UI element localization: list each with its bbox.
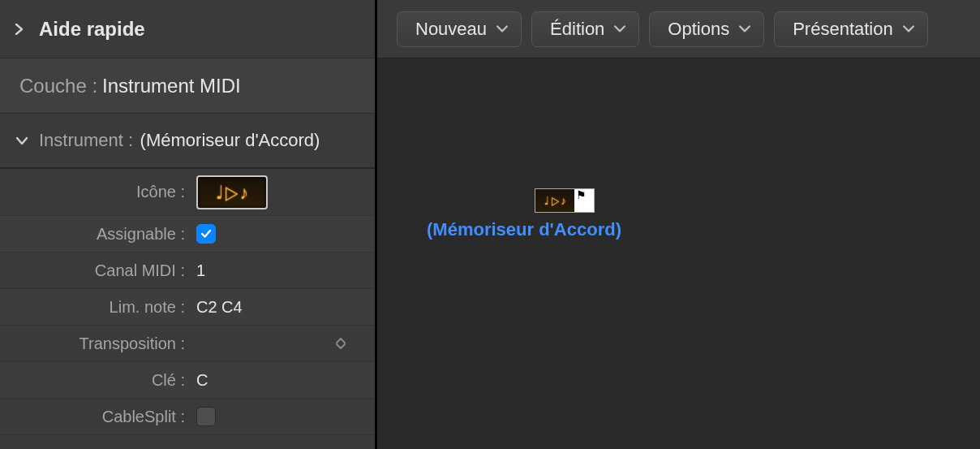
chevron-down-icon — [739, 25, 750, 33]
quick-help-header[interactable]: Aide rapide — [0, 0, 375, 58]
prop-key-label: Clé : — [0, 371, 188, 390]
object-icon: ♩▷♪ ⚑ — [535, 188, 595, 213]
icon-preview[interactable]: ♩▷♪ — [196, 175, 268, 209]
assignable-checkbox[interactable] — [196, 224, 216, 244]
object-label[interactable]: (Mémoriseur d'Accord) — [427, 219, 621, 240]
layer-label: Couche : — [19, 75, 97, 97]
prop-transposition-label: Transposition : — [0, 335, 188, 353]
layer-row[interactable]: Couche : Instrument MIDI — [0, 58, 375, 114]
environment-area: Nouveau Édition Options Présentation — [377, 0, 980, 449]
instrument-header[interactable]: Instrument : (Mémoriseur d'Accord) — [0, 114, 375, 169]
quick-help-title: Aide rapide — [39, 18, 145, 41]
layer-value: Instrument MIDI — [102, 75, 241, 97]
instrument-label: Instrument : — [39, 130, 133, 150]
environment-object[interactable]: ♩▷♪ ⚑ (Mémoriseur d'Accord) — [415, 188, 634, 240]
prop-cablesplit-row: CableSplit : — [0, 399, 375, 435]
environment-canvas[interactable]: ♩▷♪ ⚑ (Mémoriseur d'Accord) — [377, 58, 980, 449]
prop-transposition-row: Transposition : — [0, 326, 375, 362]
instrument-value: (Mémoriseur d'Accord) — [140, 130, 320, 150]
menu-options[interactable]: Options — [649, 11, 764, 47]
inspector-panel: Aide rapide Couche : Instrument MIDI Ins… — [0, 0, 377, 449]
menu-edit-label: Édition — [550, 19, 604, 40]
prop-assignable-row: Assignable : — [0, 216, 375, 253]
menu-options-label: Options — [668, 19, 729, 40]
prop-icon-label: Icône : — [0, 183, 188, 201]
prop-cablesplit-label: CableSplit : — [0, 408, 188, 426]
flag-icon: ⚑ — [574, 189, 594, 212]
chord-memorizer-icon: ♩▷♪ — [216, 184, 248, 201]
chevron-down-icon — [614, 25, 625, 33]
prop-key-row: Clé : C — [0, 362, 375, 399]
menu-edit[interactable]: Édition — [531, 11, 639, 47]
midi-channel-value[interactable]: 1 — [196, 261, 205, 280]
stepper-icon[interactable] — [336, 337, 350, 350]
chevron-down-icon — [16, 135, 28, 146]
key-value[interactable]: C — [196, 371, 208, 390]
menu-new[interactable]: Nouveau — [397, 11, 522, 47]
chevron-down-icon — [903, 25, 914, 33]
chevron-down-icon — [496, 25, 508, 33]
cablesplit-checkbox[interactable] — [196, 407, 216, 426]
prop-assignable-label: Assignable : — [0, 225, 188, 244]
prop-midi-channel-row: Canal MIDI : 1 — [0, 253, 375, 289]
chord-memorizer-icon: ♩▷♪ — [544, 196, 566, 205]
menu-presentation[interactable]: Présentation — [774, 11, 928, 47]
prop-icon-row: Icône : ♩▷♪ — [0, 169, 375, 216]
prop-note-limit-label: Lim. note : — [0, 298, 188, 317]
menu-new-label: Nouveau — [415, 19, 487, 40]
chevron-right-icon — [13, 24, 24, 35]
menu-presentation-label: Présentation — [793, 19, 893, 40]
prop-midi-channel-label: Canal MIDI : — [0, 261, 188, 280]
properties-list: Icône : ♩▷♪ Assignable : — [0, 169, 375, 435]
environment-toolbar: Nouveau Édition Options Présentation — [377, 0, 980, 58]
prop-note-limit-row: Lim. note : C2 C4 — [0, 289, 375, 326]
note-limit-value[interactable]: C2 C4 — [196, 298, 243, 317]
